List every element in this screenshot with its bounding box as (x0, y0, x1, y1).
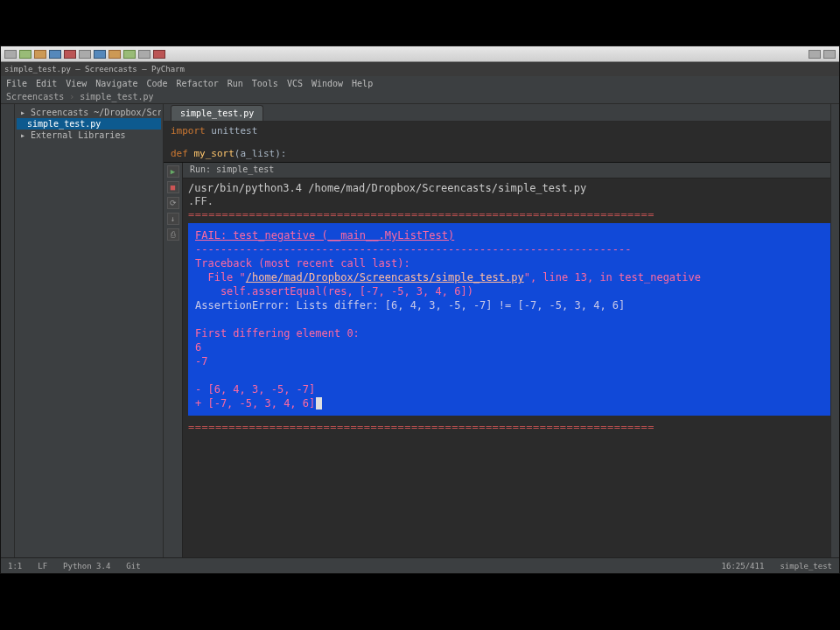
tree-external-libs[interactable]: ▸ External Libraries (17, 130, 161, 141)
taskbar-item[interactable] (64, 50, 76, 59)
menu-window[interactable]: Window (312, 79, 343, 88)
terminal-cmd: /usr/bin/python3.4 /home/mad/Dropbox/Scr… (188, 182, 825, 195)
run-tool-window: ▶ ■ ⟳ ↓ ⎙ Run: simple_test /usr/bin/pyth… (164, 162, 830, 557)
gutter-button[interactable]: ⎙ (167, 228, 179, 241)
terminal-selection[interactable]: FAIL: test_negative (__main__.MyListTest… (188, 223, 830, 416)
taskbar-item[interactable] (49, 50, 61, 59)
diff-line: + [-7, -5, 3, 4, 6] (195, 397, 315, 410)
menu-view[interactable]: View (66, 79, 87, 88)
status-vcs[interactable]: Git (126, 562, 140, 570)
traceback-file-link[interactable]: /home/mad/Dropbox/Screencasts/simple_tes… (246, 271, 524, 284)
status-pos[interactable]: 1:1 (8, 562, 22, 570)
run-header[interactable]: Run: simple_test (183, 163, 830, 178)
tab-simple-test[interactable]: simple_test.py (171, 105, 263, 121)
diff-line: - [6, 4, 3, -5, -7] (195, 383, 315, 396)
taskbar-item[interactable] (138, 50, 150, 59)
status-interpreter[interactable]: Python 3.4 (63, 562, 110, 570)
fail-header: FAIL: test_negative (__main__.MyListTest… (195, 229, 454, 242)
menu-help[interactable]: Help (352, 79, 373, 88)
assertion-error: AssertionError: Lists differ: [6, 4, 3, … (195, 299, 625, 312)
os-taskbar[interactable] (1, 46, 839, 62)
taskbar-item[interactable] (4, 50, 17, 59)
ide-window: simple_test.py — Screencasts — PyCharm F… (1, 62, 839, 573)
crumb-file[interactable]: simple_test.py (80, 92, 153, 102)
terminal-divider: ========================================… (188, 208, 825, 221)
gutter-button[interactable]: ⟳ (167, 197, 179, 209)
status-bar: 1:1 LF Python 3.4 Git 16:25/411 simple_t… (1, 557, 839, 573)
code-editor[interactable]: import unittest def my_sort(a_list): (164, 122, 830, 162)
project-tree[interactable]: ▸ Screencasts ~/Dropbox/Screencasts simp… (15, 104, 164, 557)
ide-titlebar: simple_test.py — Screencasts — PyCharm (1, 62, 839, 76)
terminal-divider: ========================================… (188, 421, 825, 434)
breadcrumb[interactable]: Screencasts › simple_test.py (1, 90, 839, 104)
letterbox-top (0, 0, 840, 46)
menu-refactor[interactable]: Refactor (177, 79, 219, 88)
left-tool-rail[interactable] (1, 104, 15, 557)
crumb-folder[interactable]: Screencasts (6, 92, 64, 102)
desktop-screen: simple_test.py — Screencasts — PyCharm F… (0, 46, 840, 574)
menu-code[interactable]: Code (146, 79, 167, 88)
letterbox-bottom (0, 574, 840, 630)
gutter-button[interactable]: ↓ (167, 213, 179, 225)
menu-tools[interactable]: Tools (252, 79, 278, 88)
taskbar-tray[interactable] (808, 50, 821, 59)
taskbar-item[interactable] (19, 50, 32, 59)
menu-file[interactable]: File (6, 79, 27, 88)
diff-line: First differing element 0: (195, 327, 360, 340)
ide-menubar[interactable]: File Edit View Navigate Code Refactor Ru… (1, 76, 839, 90)
taskbar-item[interactable] (108, 50, 121, 59)
rerun-button[interactable]: ▶ (167, 165, 179, 178)
taskbar-item[interactable] (34, 50, 46, 59)
taskbar-item[interactable] (123, 50, 136, 59)
menu-edit[interactable]: Edit (36, 79, 57, 88)
status-time: 16:25/411 (722, 562, 765, 570)
taskbar-item[interactable] (153, 50, 165, 59)
menu-vcs[interactable]: VCS (287, 79, 303, 88)
tree-file-selected[interactable]: simple_test.py (17, 118, 161, 130)
menu-run[interactable]: Run (228, 79, 243, 88)
ide-title-text: simple_test.py — Screencasts — PyCharm (4, 65, 185, 74)
text-cursor (316, 397, 322, 410)
traceback-line: Traceback (most recent call last): (195, 257, 410, 270)
taskbar-item[interactable] (94, 50, 106, 59)
terminal-output[interactable]: /usr/bin/python3.4 /home/mad/Dropbox/Scr… (183, 178, 830, 557)
stop-button[interactable]: ■ (167, 181, 179, 193)
status-eol[interactable]: LF (38, 562, 47, 570)
tree-root[interactable]: ▸ Screencasts ~/Dropbox/Screencasts (17, 107, 161, 118)
traceback-line: self.assertEqual(res, [-7, -5, 3, 4, 6]) (195, 285, 473, 298)
taskbar-item[interactable] (79, 50, 91, 59)
taskbar-tray[interactable] (823, 50, 836, 59)
status-run-config[interactable]: simple_test (780, 562, 832, 570)
menu-navigate[interactable]: Navigate (95, 79, 137, 88)
diff-line: 6 (195, 341, 201, 354)
crumb-sep: › (69, 92, 74, 102)
editor-tabs[interactable]: simple_test.py (164, 104, 830, 122)
folder-icon: ▸ (20, 108, 31, 117)
diff-line: -7 (195, 355, 207, 368)
folder-icon: ▸ (20, 130, 31, 140)
terminal-test-status: .FF. (188, 195, 825, 208)
right-tool-rail[interactable] (830, 104, 839, 557)
run-gutter: ▶ ■ ⟳ ↓ ⎙ (164, 163, 183, 557)
